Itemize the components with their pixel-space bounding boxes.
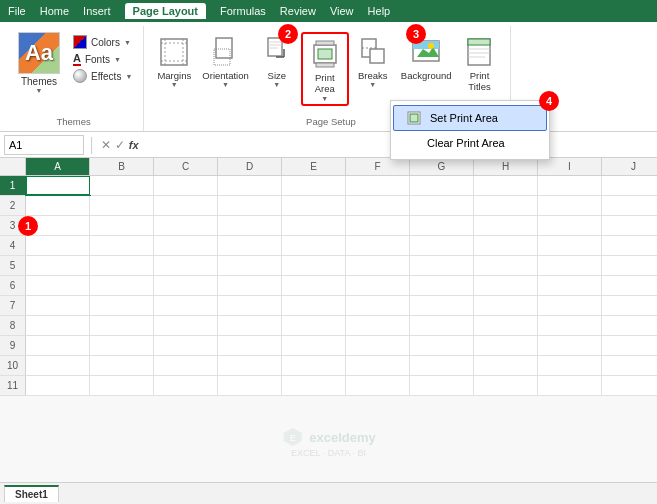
cell-f8[interactable]: [346, 316, 410, 335]
cell-f10[interactable]: [346, 356, 410, 375]
cell-f5[interactable]: [346, 256, 410, 275]
cell-e11[interactable]: [282, 376, 346, 395]
cell-j7[interactable]: [602, 296, 657, 315]
cell-h9[interactable]: [474, 336, 538, 355]
cell-e4[interactable]: [282, 236, 346, 255]
cell-i8[interactable]: [538, 316, 602, 335]
cell-f4[interactable]: [346, 236, 410, 255]
cell-j5[interactable]: [602, 256, 657, 275]
cell-e7[interactable]: [282, 296, 346, 315]
cell-b6[interactable]: [90, 276, 154, 295]
cell-d5[interactable]: [218, 256, 282, 275]
cell-d3[interactable]: [218, 216, 282, 235]
row-num-1[interactable]: 1: [0, 176, 26, 195]
cell-j8[interactable]: [602, 316, 657, 335]
background-button[interactable]: Background: [397, 32, 456, 83]
cell-b11[interactable]: [90, 376, 154, 395]
cell-g4[interactable]: [410, 236, 474, 255]
row-num-5[interactable]: 5: [0, 256, 26, 275]
cell-j1[interactable]: [602, 176, 657, 195]
effects-button[interactable]: Effects ▼: [70, 68, 135, 84]
cell-b8[interactable]: [90, 316, 154, 335]
cell-i9[interactable]: [538, 336, 602, 355]
cell-b4[interactable]: [90, 236, 154, 255]
cell-h2[interactable]: [474, 196, 538, 215]
col-header-h[interactable]: H: [474, 158, 538, 175]
cell-c11[interactable]: [154, 376, 218, 395]
row-num-10[interactable]: 10: [0, 356, 26, 375]
cell-j11[interactable]: [602, 376, 657, 395]
cell-h10[interactable]: [474, 356, 538, 375]
cell-e1[interactable]: [282, 176, 346, 195]
cell-a9[interactable]: [26, 336, 90, 355]
cell-a11[interactable]: [26, 376, 90, 395]
cell-g11[interactable]: [410, 376, 474, 395]
cell-a8[interactable]: [26, 316, 90, 335]
cell-f11[interactable]: [346, 376, 410, 395]
orientation-button[interactable]: Orientation ▼: [198, 32, 252, 90]
margins-button[interactable]: Margins ▼: [152, 32, 196, 90]
formula-cancel[interactable]: ✕: [101, 138, 111, 152]
cell-d8[interactable]: [218, 316, 282, 335]
col-header-g[interactable]: G: [410, 158, 474, 175]
cell-b7[interactable]: [90, 296, 154, 315]
cell-f1[interactable]: [346, 176, 410, 195]
cell-c3[interactable]: [154, 216, 218, 235]
cell-h4[interactable]: [474, 236, 538, 255]
cell-b10[interactable]: [90, 356, 154, 375]
cell-c8[interactable]: [154, 316, 218, 335]
menu-help[interactable]: Help: [368, 5, 391, 17]
cell-h7[interactable]: [474, 296, 538, 315]
cell-g9[interactable]: [410, 336, 474, 355]
cell-b1[interactable]: [90, 176, 154, 195]
cell-g7[interactable]: [410, 296, 474, 315]
cell-f3[interactable]: [346, 216, 410, 235]
cell-d7[interactable]: [218, 296, 282, 315]
cell-b9[interactable]: [90, 336, 154, 355]
cell-e5[interactable]: [282, 256, 346, 275]
cell-g8[interactable]: [410, 316, 474, 335]
row-num-8[interactable]: 8: [0, 316, 26, 335]
menu-home[interactable]: Home: [40, 5, 69, 17]
col-header-a[interactable]: A: [26, 158, 90, 175]
cell-g2[interactable]: [410, 196, 474, 215]
cell-d6[interactable]: [218, 276, 282, 295]
cell-a1[interactable]: [26, 176, 90, 195]
cell-c7[interactable]: [154, 296, 218, 315]
cell-c10[interactable]: [154, 356, 218, 375]
cell-j4[interactable]: [602, 236, 657, 255]
cell-i5[interactable]: [538, 256, 602, 275]
cell-g3[interactable]: [410, 216, 474, 235]
menu-review[interactable]: Review: [280, 5, 316, 17]
cell-d1[interactable]: [218, 176, 282, 195]
cell-e9[interactable]: [282, 336, 346, 355]
row-num-6[interactable]: 6: [0, 276, 26, 295]
sheet-tab-sheet1[interactable]: Sheet1: [4, 485, 59, 502]
cell-i6[interactable]: [538, 276, 602, 295]
cell-a4[interactable]: [26, 236, 90, 255]
set-print-area-item[interactable]: Set Print Area: [393, 105, 547, 131]
row-num-2[interactable]: 2: [0, 196, 26, 215]
cell-b3[interactable]: [90, 216, 154, 235]
cell-e6[interactable]: [282, 276, 346, 295]
col-header-i[interactable]: I: [538, 158, 602, 175]
menu-formulas[interactable]: Formulas: [220, 5, 266, 17]
row-num-9[interactable]: 9: [0, 336, 26, 355]
clear-print-area-item[interactable]: Clear Print Area: [391, 131, 549, 155]
col-header-d[interactable]: D: [218, 158, 282, 175]
menu-page-layout[interactable]: Page Layout: [125, 3, 206, 19]
print-titles-button[interactable]: Print Titles: [458, 32, 502, 95]
col-header-f[interactable]: F: [346, 158, 410, 175]
row-num-7[interactable]: 7: [0, 296, 26, 315]
cell-h3[interactable]: [474, 216, 538, 235]
cell-a2[interactable]: [26, 196, 90, 215]
cell-a7[interactable]: [26, 296, 90, 315]
cell-i4[interactable]: [538, 236, 602, 255]
cell-c9[interactable]: [154, 336, 218, 355]
cell-f6[interactable]: [346, 276, 410, 295]
cell-g1[interactable]: [410, 176, 474, 195]
cell-g5[interactable]: [410, 256, 474, 275]
cell-c5[interactable]: [154, 256, 218, 275]
cell-i10[interactable]: [538, 356, 602, 375]
cell-d2[interactable]: [218, 196, 282, 215]
